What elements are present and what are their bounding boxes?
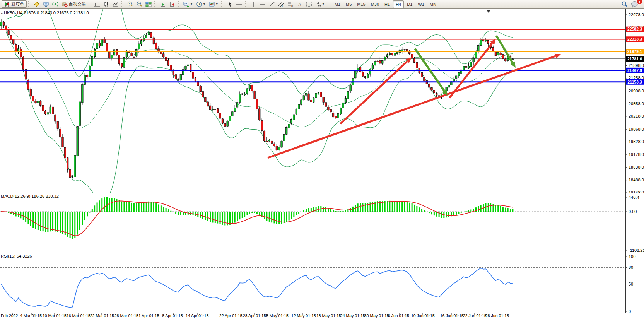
chevron-down-icon: ▼: [190, 2, 193, 6]
toolbar-grip: [178, 1, 181, 7]
svg-text:18488.0: 18488.0: [629, 178, 644, 182]
notification-badge: 1: [637, 0, 642, 5]
rsi-value: 54.3226: [17, 254, 32, 258]
main-chart-panel[interactable]: [0, 9, 625, 201]
chart-area[interactable]: 22978.022638.022298.021948.021598.021258…: [0, 9, 644, 318]
vertical-line-button[interactable]: [249, 0, 258, 8]
new-order-button[interactable]: 新订单: [2, 0, 27, 8]
horizontal-line-button[interactable]: [258, 0, 267, 8]
time-axis-label[interactable]: 30 May 01:15: [364, 313, 389, 318]
toolbar-grip: [154, 1, 157, 7]
time-axis-label[interactable]: Feb 2022: [1, 313, 18, 318]
time-axis-label[interactable]: 22 Jun 01:15: [463, 313, 487, 318]
signal-button[interactable]: [51, 0, 60, 8]
arrows-button[interactable]: ▼: [314, 0, 326, 8]
bar-chart-icon: [94, 1, 100, 7]
price-axis[interactable]: 22978.022638.022298.021948.021598.021258…: [625, 12, 644, 314]
time-axis-label[interactable]: 14 Apr 01:15: [186, 313, 209, 318]
time-axis-label[interactable]: 28 Mar 01:15: [114, 313, 138, 318]
timeframe-toolbar: M1M5M15M30H1H4D1W1MN: [332, 0, 439, 8]
rsi-panel[interactable]: [0, 267, 625, 307]
horizontal-line-icon: [260, 1, 266, 7]
svg-text:20558.0: 20558.0: [629, 101, 644, 106]
terminal-window: 新订单 自动交易: [0, 0, 644, 318]
macd-panel[interactable]: [0, 197, 625, 239]
chevron-down-icon: ▼: [203, 2, 206, 6]
chart-ohlc-values: 21676.0 21843.0 21676.0 21781.0: [24, 10, 89, 15]
timeframe-button-w1[interactable]: W1: [415, 1, 427, 8]
chart-shift-marker[interactable]: [487, 10, 490, 13]
timeframe-button-mn[interactable]: MN: [427, 1, 439, 8]
svg-text:T: T: [308, 2, 310, 7]
svg-text:22978.0: 22978.0: [629, 12, 644, 17]
templates-button[interactable]: ▼: [208, 0, 220, 8]
time-axis-label[interactable]: 6 Jun 01:15: [388, 313, 409, 318]
trendline-button[interactable]: [268, 0, 276, 8]
candlestick-chart-icon: [103, 1, 109, 7]
time-axis-label[interactable]: 18 May 01:15: [316, 313, 341, 318]
line-chart-button[interactable]: [111, 0, 120, 8]
blue-monitor-icon: [43, 1, 49, 7]
toolbar-grip: [28, 1, 31, 7]
trend-arrow-long-red[interactable]: [268, 56, 555, 158]
svg-text:0.00: 0.00: [629, 209, 637, 214]
time-axis-label[interactable]: 22 Apr 01:15: [219, 313, 243, 318]
timeframe-button-d1[interactable]: D1: [405, 1, 415, 8]
autotrading-label: 自动交易: [69, 1, 86, 7]
monitor-button[interactable]: [42, 0, 50, 8]
search-button[interactable]: [620, 0, 629, 8]
diamond-button[interactable]: [32, 0, 41, 8]
bar-chart-button[interactable]: [93, 0, 101, 8]
arrows-icon: [315, 1, 321, 7]
time-axis-label[interactable]: 24 May 01:15: [340, 313, 365, 318]
equidistant-channel-button[interactable]: E: [277, 0, 285, 8]
candlestick-chart-button[interactable]: [102, 0, 111, 8]
text-button[interactable]: A: [296, 0, 304, 8]
timeframe-button-m30[interactable]: M30: [369, 1, 381, 8]
periods-button[interactable]: ▼: [195, 0, 207, 8]
gold-diamond-icon: [34, 1, 40, 7]
svg-text:-1102.21: -1102.21: [629, 248, 644, 253]
time-axis-label[interactable]: 28 Jun 01:15: [485, 313, 509, 318]
svg-text:0: 0: [629, 309, 631, 314]
time-axis-label[interactable]: 16 Jun 01:15: [440, 313, 464, 318]
time-axis-label[interactable]: 5 May 01:15: [266, 313, 289, 318]
chart-shift-button[interactable]: [168, 0, 176, 8]
new-chart-icon: [183, 1, 190, 7]
zoom-out-button[interactable]: [135, 0, 143, 8]
zoom-out-icon: [136, 1, 142, 7]
notifications-button[interactable]: 1: [630, 0, 641, 8]
text-label-button[interactable]: T: [305, 0, 313, 8]
svg-text:19868.0: 19868.0: [629, 127, 644, 132]
fibonacci-icon: F: [287, 1, 294, 7]
time-axis-label[interactable]: 8 Apr 01:15: [162, 313, 183, 318]
time-axis-label[interactable]: 22 Mar 01:15: [90, 313, 114, 318]
auto-scroll-button[interactable]: [159, 0, 167, 8]
radio-signal-icon: [52, 1, 58, 7]
time-axis-label[interactable]: 28 Apr 01:15: [243, 313, 266, 318]
svg-text:21979.1: 21979.1: [627, 49, 642, 54]
time-axis-label[interactable]: 16 Mar 01:15: [67, 313, 91, 318]
time-axis-label[interactable]: 12 May 01:15: [291, 313, 316, 318]
zoom-in-button[interactable]: [126, 0, 134, 8]
timeframe-button-m1[interactable]: M1: [332, 1, 343, 8]
time-axis-label[interactable]: 4 Mar 01:15: [20, 313, 42, 318]
timeframe-button-h1[interactable]: H1: [382, 1, 392, 8]
fibonacci-button[interactable]: F: [286, 0, 295, 8]
svg-text:20908.0: 20908.0: [629, 89, 644, 93]
tile-windows-button[interactable]: [144, 0, 153, 8]
timeframe-button-m15[interactable]: M15: [355, 1, 367, 8]
timeframe-button-m5[interactable]: M5: [343, 1, 354, 8]
auto-scroll-icon: [160, 1, 166, 7]
autotrading-button[interactable]: 自动交易: [60, 0, 87, 8]
svg-text:21467.9: 21467.9: [627, 68, 642, 73]
crosshair-button[interactable]: [235, 0, 243, 8]
svg-text:18838.0: 18838.0: [629, 165, 644, 169]
new-chart-button[interactable]: ▼: [182, 0, 194, 8]
time-axis-label[interactable]: 1 Apr 01:15: [138, 313, 159, 318]
template-icon: [209, 1, 215, 7]
cursor-button[interactable]: [225, 0, 234, 8]
time-axis-label[interactable]: 10 Mar 01:15: [43, 313, 67, 318]
time-axis-label[interactable]: 10 Jun 01:15: [411, 313, 435, 318]
timeframe-button-h4[interactable]: H4: [393, 0, 404, 8]
